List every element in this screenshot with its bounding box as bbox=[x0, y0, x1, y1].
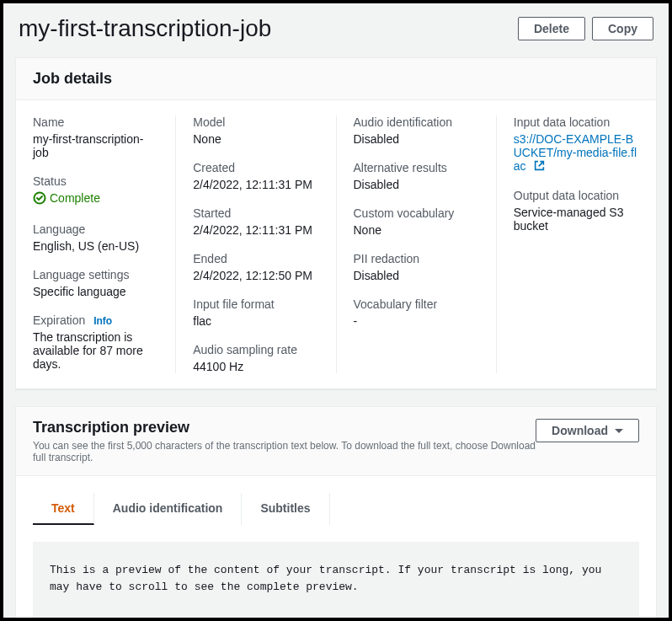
preview-header: Transcription preview You can see the fi… bbox=[16, 407, 656, 476]
alt-results-label: Alternative results bbox=[354, 161, 479, 174]
output-loc-label: Output data location bbox=[514, 189, 639, 202]
header-actions: Delete Copy bbox=[518, 17, 653, 40]
field-custom-vocab: Custom vocabulary None bbox=[354, 206, 479, 237]
input-loc-value: s3://DOC-EXAMPLE-BUCKET/my-media-file.fl… bbox=[514, 132, 639, 174]
name-label: Name bbox=[33, 115, 158, 129]
download-button[interactable]: Download bbox=[536, 419, 639, 442]
field-input-format: Input file format flac bbox=[193, 297, 318, 328]
page-title: my-first-transcription-job bbox=[19, 15, 271, 42]
tab-audio-identification[interactable]: Audio identification bbox=[94, 493, 243, 525]
custom-vocab-value: None bbox=[354, 223, 479, 237]
status-value: Complete bbox=[33, 191, 100, 205]
status-label: Status bbox=[33, 174, 158, 188]
expiration-label: Expiration Info bbox=[33, 313, 158, 327]
check-circle-icon bbox=[33, 191, 46, 205]
vocab-filter-label: Vocabulary filter bbox=[354, 297, 479, 311]
details-col-2: Model None Created 2/4/2022, 12:11:31 PM… bbox=[193, 115, 336, 373]
output-loc-value: Service-managed S3 bucket bbox=[514, 206, 639, 233]
pii-label: PII redaction bbox=[354, 252, 479, 265]
created-label: Created bbox=[193, 161, 318, 174]
field-created: Created 2/4/2022, 12:11:31 PM bbox=[193, 161, 318, 191]
external-link-icon bbox=[534, 160, 545, 174]
field-vocab-filter: Vocabulary filter - bbox=[354, 297, 479, 328]
field-output-loc: Output data location Service-managed S3 … bbox=[514, 189, 639, 233]
started-label: Started bbox=[193, 206, 318, 220]
input-format-value: flac bbox=[193, 314, 318, 328]
input-loc-link[interactable]: s3://DOC-EXAMPLE-BUCKET/my-media-file.fl… bbox=[514, 132, 637, 173]
input-format-label: Input file format bbox=[193, 297, 318, 311]
lang-settings-value: Specific language bbox=[33, 285, 158, 298]
ended-value: 2/4/2022, 12:12:50 PM bbox=[193, 269, 318, 282]
field-pii: PII redaction Disabled bbox=[354, 252, 479, 282]
name-value: my-first-transcription-job bbox=[33, 132, 158, 159]
job-details-title: Job details bbox=[33, 70, 639, 88]
lang-settings-label: Language settings bbox=[33, 268, 158, 281]
created-value: 2/4/2022, 12:11:31 PM bbox=[193, 178, 318, 191]
field-status: Status Complete bbox=[33, 174, 158, 207]
preview-title: Transcription preview bbox=[33, 419, 536, 436]
preview-panel: Transcription preview You can see the fi… bbox=[15, 406, 657, 618]
expiration-label-text: Expiration bbox=[33, 313, 85, 327]
caret-down-icon bbox=[615, 429, 623, 433]
field-name: Name my-first-transcription-job bbox=[33, 115, 158, 159]
sampling-value: 44100 Hz bbox=[193, 360, 318, 373]
field-input-loc: Input data location s3://DOC-EXAMPLE-BUC… bbox=[514, 115, 639, 174]
language-value: English, US (en-US) bbox=[33, 239, 158, 253]
info-link[interactable]: Info bbox=[93, 315, 112, 327]
field-alt-results: Alternative results Disabled bbox=[354, 161, 479, 191]
audio-id-label: Audio identification bbox=[354, 115, 479, 129]
job-details-header: Job details bbox=[16, 58, 656, 100]
preview-tabs: Text Audio identification Subtitles bbox=[16, 493, 656, 525]
language-label: Language bbox=[33, 222, 158, 236]
field-model: Model None bbox=[193, 115, 318, 146]
alt-results-value: Disabled bbox=[354, 178, 479, 191]
audio-id-value: Disabled bbox=[354, 132, 479, 146]
started-value: 2/4/2022, 12:11:31 PM bbox=[193, 223, 318, 237]
preview-subtext: You can see the first 5,000 characters o… bbox=[33, 440, 536, 463]
pii-value: Disabled bbox=[354, 269, 479, 282]
field-sampling: Audio sampling rate 44100 Hz bbox=[193, 343, 318, 373]
job-details-grid: Name my-first-transcription-job Status C… bbox=[16, 100, 656, 388]
status-text: Complete bbox=[50, 191, 100, 205]
preview-content: This is a preview of the content of your… bbox=[33, 542, 639, 618]
field-language: Language English, US (en-US) bbox=[33, 222, 158, 253]
field-started: Started 2/4/2022, 12:11:31 PM bbox=[193, 206, 318, 237]
expiration-value: The transcription is available for 87 mo… bbox=[33, 330, 158, 371]
ended-label: Ended bbox=[193, 252, 318, 265]
vocab-filter-value: - bbox=[354, 314, 479, 328]
delete-button[interactable]: Delete bbox=[518, 17, 585, 40]
field-audio-id: Audio identification Disabled bbox=[354, 115, 479, 146]
details-col-1: Name my-first-transcription-job Status C… bbox=[33, 115, 176, 373]
copy-button[interactable]: Copy bbox=[592, 17, 653, 40]
job-details-panel: Job details Name my-first-transcription-… bbox=[15, 57, 657, 389]
tab-text[interactable]: Text bbox=[33, 493, 94, 525]
input-loc-label: Input data location bbox=[514, 115, 639, 129]
details-col-4: Input data location s3://DOC-EXAMPLE-BUC… bbox=[514, 115, 639, 373]
field-ended: Ended 2/4/2022, 12:12:50 PM bbox=[193, 252, 318, 282]
model-label: Model bbox=[193, 115, 318, 129]
page-header: my-first-transcription-job Delete Copy bbox=[3, 3, 669, 57]
tab-subtitles[interactable]: Subtitles bbox=[242, 493, 329, 525]
download-label: Download bbox=[552, 424, 608, 437]
details-col-3: Audio identification Disabled Alternativ… bbox=[354, 115, 497, 373]
field-expiration: Expiration Info The transcription is ava… bbox=[33, 313, 158, 371]
custom-vocab-label: Custom vocabulary bbox=[354, 206, 479, 220]
sampling-label: Audio sampling rate bbox=[193, 343, 318, 356]
field-lang-settings: Language settings Specific language bbox=[33, 268, 158, 298]
model-value: None bbox=[193, 132, 318, 146]
